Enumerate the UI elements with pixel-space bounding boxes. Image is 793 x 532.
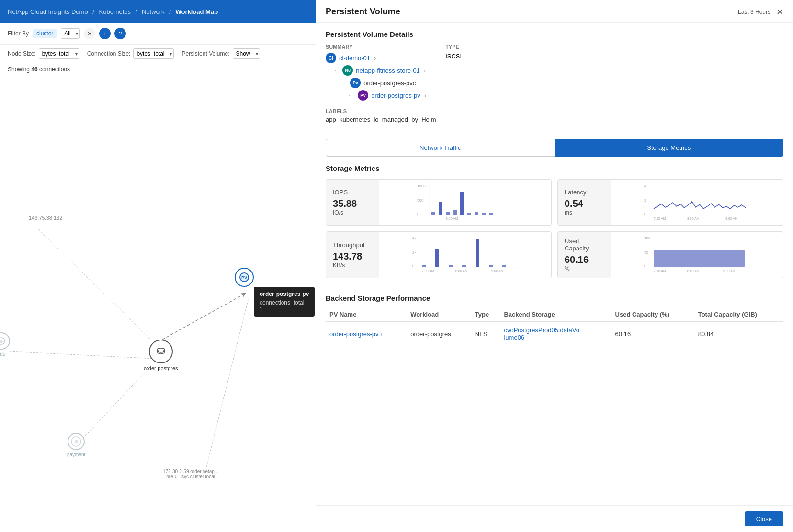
order-postgres-pv-node[interactable]: PV: [235, 268, 254, 287]
order-postgres-node[interactable]: order-postgres: [144, 340, 178, 371]
svg-rect-40: [449, 265, 453, 267]
svg-text:100: 100: [644, 236, 651, 240]
svg-text:1000: 1000: [417, 184, 426, 188]
panel-close-button[interactable]: ✕: [776, 7, 783, 17]
node-size-label: Node Size:: [8, 50, 36, 57]
order-postgres-label: order-postgres: [144, 365, 178, 371]
col-workload: Workload: [407, 308, 471, 321]
workload-cell: order-postgres: [407, 321, 471, 346]
clear-filter-button[interactable]: ✕: [84, 28, 95, 39]
backend-storage-section: Backend Storage Performance PV Name Work…: [316, 286, 793, 354]
map-area[interactable]: 146.75.38.132 PV order-postgres-pv conne…: [0, 76, 316, 532]
tab-network-traffic[interactable]: Network Traffic: [326, 139, 555, 157]
svg-rect-17: [431, 212, 435, 215]
time-label: Last 3 Hours: [738, 9, 770, 15]
iops-value: 35.88: [333, 198, 372, 209]
col-backend-storage: Backend Storage: [500, 308, 611, 321]
used-capacity-name: UsedCapacity: [565, 238, 604, 252]
throughput-chart: 4k 2k 0 7:00 AM 8:00 AM 9:00 AM: [382, 235, 548, 273]
backend-storage-table: PV Name Workload Type Backend Storage Us…: [326, 308, 783, 346]
latency-chart: 4 2 0 7:00 AM 8:00 AM 9:00 AM: [613, 182, 780, 221]
svg-text:9:00 AM: 9:00 AM: [491, 269, 504, 272]
svg-text:⚙: ⚙: [0, 340, 3, 343]
latency-card: Latency 0.54 ms 4 2 0 7:00 AM 8:00 AM 9:: [557, 179, 783, 226]
type-cell: NFS: [471, 321, 500, 346]
showing-label: Showing: [8, 66, 30, 73]
used-capacity-card: UsedCapacity 60.16 % 100 50 0 7:00 AM 8:…: [557, 231, 783, 278]
svg-rect-43: [489, 265, 493, 267]
tree-node-ci: CI ci-demo-01 ›: [326, 53, 426, 63]
left-panel: NetApp Cloud Insights Demo / Kubernetes …: [0, 0, 316, 532]
svg-text:9:00 AM: 9:00 AM: [725, 217, 738, 220]
tree-node-pvc: ··· Pv order-postgres-pvc: [341, 78, 426, 88]
breadcrumb: NetApp Cloud Insights Demo / Kubernetes …: [8, 8, 218, 15]
used-cap-cell: 60.16: [612, 321, 694, 346]
size-bar: Node Size: bytes_total Connection Size: …: [0, 45, 316, 63]
help-button[interactable]: ?: [114, 28, 126, 39]
svg-text:8:00 AM: 8:00 AM: [687, 269, 700, 272]
connections-label: connections: [39, 66, 70, 73]
metrics-grid: IOPS 35.88 IO/s 1000 500 0: [326, 179, 783, 278]
filter-select-wrapper[interactable]: All: [61, 28, 80, 39]
svg-line-0: [158, 294, 244, 342]
node-size-select[interactable]: bytes_total: [39, 48, 79, 59]
order-svc-node[interactable]: ⚙ order: [0, 332, 10, 357]
pv-name-link[interactable]: order-postgres-pv: [329, 330, 379, 338]
throughput-name: Throughput: [333, 241, 372, 249]
connections-count: 46: [31, 66, 37, 73]
netapp-fitness-link[interactable]: netapp-fitness-store-01: [356, 67, 420, 74]
svg-text:9:00 AM: 9:00 AM: [723, 269, 736, 272]
latency-value: 0.54: [565, 198, 604, 209]
svg-line-1: [10, 351, 156, 359]
table-row: order-postgres-pv › order-postgres NFS c…: [326, 321, 783, 346]
filter-select[interactable]: All: [61, 28, 80, 39]
tabs-bar: Network Traffic Storage Metrics: [326, 139, 783, 157]
svg-line-3: [206, 296, 249, 469]
persistent-volume-select[interactable]: Show: [233, 48, 260, 59]
svg-text:8:00 AM: 8:00 AM: [446, 217, 458, 220]
svg-text:PV: PV: [241, 275, 247, 280]
ci-demo-link[interactable]: ci-demo-01: [339, 55, 370, 62]
right-panel-header: Persistent Volume Last 3 Hours ✕: [316, 0, 793, 23]
backend-storage-title: Backend Storage Performance: [326, 294, 783, 302]
labels-value: app_kubernetes_io_managed_by: Helm: [326, 116, 436, 123]
pv-details-section: Persistent Volume Details Summary CI ci-…: [316, 23, 793, 131]
connection-size-select[interactable]: bytes_total: [133, 48, 174, 59]
svg-text:4k: 4k: [412, 236, 417, 240]
backend-storage-link[interactable]: cvoPostgresProd05:dataVolume06: [504, 327, 579, 341]
latency-name: Latency: [565, 189, 604, 196]
svg-text:50: 50: [644, 250, 648, 255]
svg-text:7:00 AM: 7:00 AM: [654, 217, 666, 220]
close-footer-button[interactable]: Close: [745, 511, 783, 526]
add-filter-button[interactable]: +: [99, 28, 111, 39]
breadcrumb-network: Network: [142, 8, 165, 15]
svg-point-7: [157, 348, 165, 351]
svg-rect-38: [422, 265, 426, 267]
svg-text:0: 0: [644, 212, 646, 216]
latency-unit: ms: [565, 209, 604, 216]
pv-details-title: Persistent Volume Details: [326, 30, 783, 38]
breadcrumb-page: Workload Map: [175, 8, 218, 15]
svg-rect-52: [654, 250, 745, 267]
svg-rect-41: [462, 265, 466, 267]
filter-bar: Filter By cluster All ✕ + ?: [0, 23, 316, 45]
col-total-capacity: Total Capacity (GiB): [694, 308, 783, 321]
svg-rect-25: [489, 213, 493, 215]
order-postgres-pv-link[interactable]: order-postgres-pv: [371, 92, 420, 99]
svg-text:2: 2: [644, 198, 646, 203]
total-cap-cell: 80.84: [694, 321, 783, 346]
svg-rect-20: [453, 210, 457, 215]
svg-text:0: 0: [644, 264, 646, 268]
iops-card: IOPS 35.88 IO/s 1000 500 0: [326, 179, 552, 226]
pvc-name: order-postgres-pvc: [363, 79, 416, 87]
storage-metrics-section: Storage Metrics IOPS 35.88 IO/s 1000 500…: [316, 157, 793, 286]
svg-rect-23: [475, 212, 478, 215]
payment-node[interactable]: ⚙ payment: [67, 433, 85, 457]
throughput-value: 143.78: [333, 250, 372, 262]
svg-rect-42: [476, 239, 479, 267]
svg-text:8:00 AM: 8:00 AM: [455, 269, 468, 272]
tab-storage-metrics[interactable]: Storage Metrics: [555, 139, 784, 157]
svg-text:8:00 AM: 8:00 AM: [687, 217, 700, 220]
svg-rect-24: [482, 213, 486, 215]
svg-text:7:00 AM: 7:00 AM: [654, 269, 666, 272]
